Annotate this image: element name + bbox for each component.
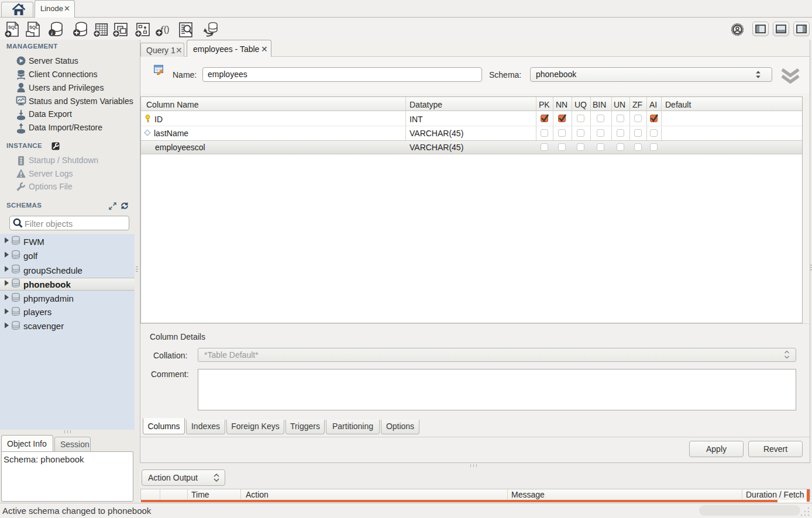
svg-text:(): () xyxy=(164,25,169,34)
svg-text:SQL: SQL xyxy=(29,25,39,30)
svg-text:SQL: SQL xyxy=(8,25,18,30)
